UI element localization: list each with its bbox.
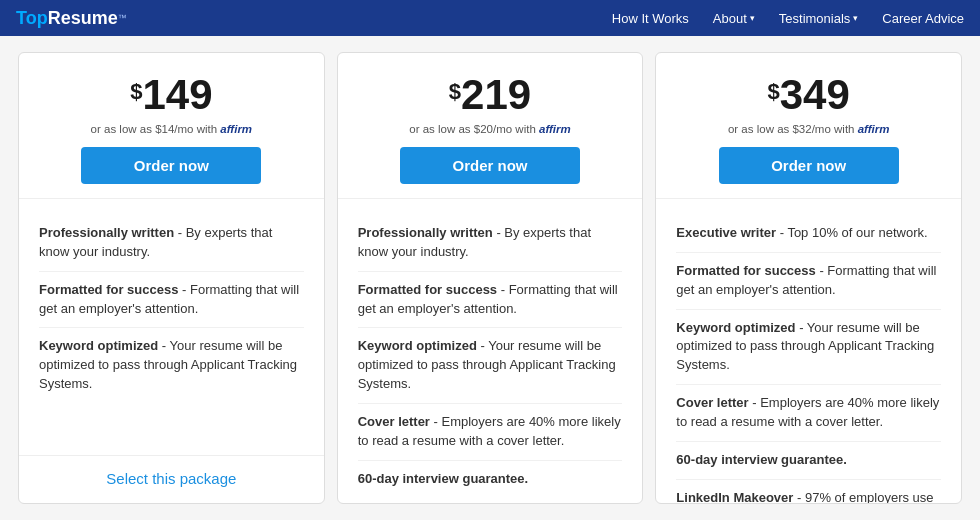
affirm-line-149: or as low as $14/mo with affirm bbox=[39, 123, 304, 135]
nav-testimonials[interactable]: Testimonials ▾ bbox=[779, 11, 859, 26]
price-219: $219 bbox=[358, 71, 623, 119]
logo: TopResume™ bbox=[16, 8, 127, 29]
price-149: $149 bbox=[39, 71, 304, 119]
navigation: TopResume™ How It Works About ▾ Testimon… bbox=[0, 0, 980, 36]
affirm-brand-349: affirm bbox=[858, 123, 890, 135]
feature-keyword-optimized: Keyword optimized - Your resume will be … bbox=[39, 328, 304, 403]
chevron-down-icon: ▾ bbox=[853, 13, 858, 23]
affirm-brand-219: affirm bbox=[539, 123, 571, 135]
card-footer-149: Select this package bbox=[19, 455, 324, 503]
feature-cover-letter-349: Cover letter - Employers are 40% more li… bbox=[676, 385, 941, 442]
feature-keyword-optimized-349: Keyword optimized - Your resume will be … bbox=[676, 310, 941, 386]
card-features-219: Professionally written - By experts that… bbox=[338, 199, 643, 504]
pricing-card-219: $219 or as low as $20/mo with affirm Ord… bbox=[337, 52, 644, 504]
nav-how-it-works[interactable]: How It Works bbox=[612, 11, 689, 26]
chevron-down-icon: ▾ bbox=[750, 13, 755, 23]
affirm-brand: affirm bbox=[220, 123, 252, 135]
logo-resume: Resume bbox=[48, 8, 118, 29]
feature-formatted-success-349: Formatted for success - Formatting that … bbox=[676, 253, 941, 310]
affirm-line-349: or as low as $32/mo with affirm bbox=[676, 123, 941, 135]
nav-about[interactable]: About ▾ bbox=[713, 11, 755, 26]
card-header-349: $349 or as low as $32/mo with affirm Ord… bbox=[656, 53, 961, 199]
feature-linkedin-makeover: LinkedIn Makeover - 97% of employers use… bbox=[676, 480, 941, 504]
card-features-149: Professionally written - By experts that… bbox=[19, 199, 324, 455]
order-now-button-149[interactable]: Order now bbox=[81, 147, 261, 184]
feature-60day-349: 60-day interview guarantee. bbox=[676, 442, 941, 480]
feature-60day-219: 60-day interview guarantee. bbox=[358, 461, 623, 498]
card-header-219: $219 or as low as $20/mo with affirm Ord… bbox=[338, 53, 643, 199]
order-now-button-219[interactable]: Order now bbox=[400, 147, 580, 184]
pricing-section: $149 or as low as $14/mo with affirm Ord… bbox=[0, 36, 980, 520]
nav-links: How It Works About ▾ Testimonials ▾ Care… bbox=[612, 11, 964, 26]
logo-top: Top bbox=[16, 8, 48, 29]
select-package-link-149[interactable]: Select this package bbox=[106, 470, 236, 487]
logo-tm: ™ bbox=[118, 13, 127, 23]
feature-keyword-optimized-219: Keyword optimized - Your resume will be … bbox=[358, 328, 623, 404]
feature-cover-letter-219: Cover letter - Employers are 40% more li… bbox=[358, 404, 623, 461]
feature-formatted-success-219: Formatted for success - Formatting that … bbox=[358, 272, 623, 329]
nav-career-advice[interactable]: Career Advice bbox=[882, 11, 964, 26]
feature-professionally-written-219: Professionally written - By experts that… bbox=[358, 215, 623, 272]
pricing-card-349: $349 or as low as $32/mo with affirm Ord… bbox=[655, 52, 962, 504]
card-header-149: $149 or as low as $14/mo with affirm Ord… bbox=[19, 53, 324, 199]
feature-executive-writer: Executive writer - Top 10% of our networ… bbox=[676, 215, 941, 253]
price-349: $349 bbox=[676, 71, 941, 119]
card-features-349: Executive writer - Top 10% of our networ… bbox=[656, 199, 961, 504]
order-now-button-349[interactable]: Order now bbox=[719, 147, 899, 184]
pricing-card-149: $149 or as low as $14/mo with affirm Ord… bbox=[18, 52, 325, 504]
feature-professionally-written: Professionally written - By experts that… bbox=[39, 215, 304, 272]
feature-formatted-success: Formatted for success - Formatting that … bbox=[39, 272, 304, 329]
affirm-line-219: or as low as $20/mo with affirm bbox=[358, 123, 623, 135]
